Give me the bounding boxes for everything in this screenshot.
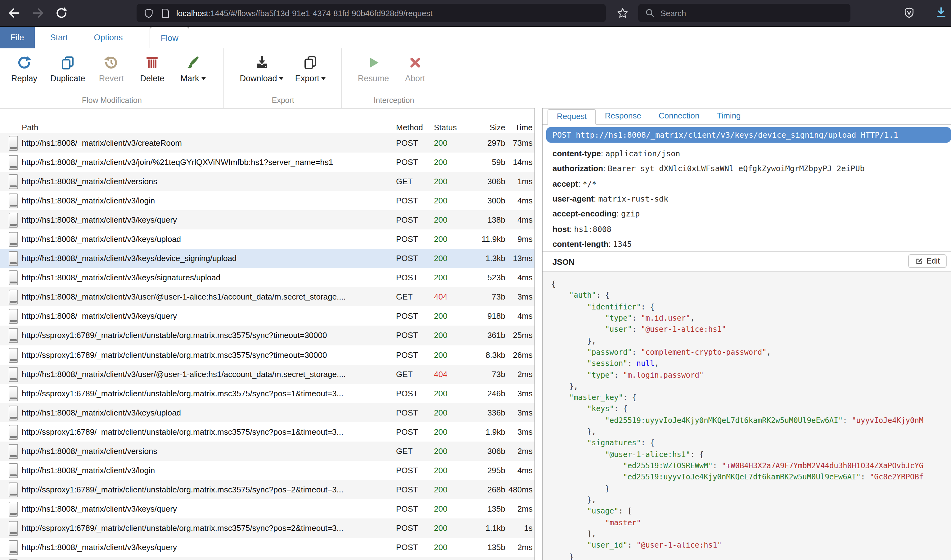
flow-row[interactable]: http://hs1:8008/_matrix/client/v3/keys/d… <box>0 249 534 268</box>
column-status[interactable]: Status <box>434 123 465 132</box>
column-method[interactable]: Method <box>396 123 434 132</box>
flow-method: POST <box>396 389 434 398</box>
flow-size: 73b <box>465 292 505 302</box>
flow-row[interactable]: http://hs1:8008/_matrix/client/v3/keys/q… <box>0 499 534 518</box>
flow-time: 4ms <box>505 215 533 225</box>
menu-flow[interactable]: Flow <box>150 27 190 49</box>
document-icon <box>9 502 18 517</box>
replay-button[interactable]: Replay <box>4 53 45 83</box>
bookmark-star-icon[interactable] <box>616 7 629 19</box>
body-format-row: JSON Edit <box>543 252 951 271</box>
flow-size: 8.3kb <box>465 350 505 359</box>
flow-status: 200 <box>434 408 465 417</box>
column-size[interactable]: Size <box>465 123 505 132</box>
flow-row[interactable]: http://hs1:8008/_matrix/client/v3/keys/q… <box>0 210 534 229</box>
edit-button[interactable]: Edit <box>908 254 946 268</box>
flow-time: 3ms <box>505 389 533 398</box>
column-time[interactable]: Time <box>505 123 533 132</box>
flow-row[interactable]: http://ssproxy1:6789/_matrix/client/unst… <box>0 383 534 403</box>
flow-row[interactable]: http://hs1:8008/_matrix/client/v3/join/%… <box>0 152 534 172</box>
url-bar[interactable]: localhost:1445/#/flows/fba5f13d-91e1-437… <box>137 4 606 22</box>
abort-button[interactable]: Abort <box>395 53 435 83</box>
request-line[interactable]: POST http://hs1:8008/_matrix/client/v3/k… <box>546 127 951 143</box>
document-icon <box>9 367 18 382</box>
revert-label: Revert <box>99 74 124 83</box>
header-value: application/json <box>605 149 680 158</box>
flow-row[interactable]: http://ssproxy1:6789/_matrix/client/unst… <box>0 480 534 499</box>
flow-row[interactable]: http://hs1:8008/_matrix/client/v3/keys/s… <box>0 268 534 288</box>
page-icon[interactable] <box>161 8 170 18</box>
export-button[interactable]: Export <box>290 53 332 83</box>
back-icon[interactable] <box>8 6 21 20</box>
download-icon <box>255 53 269 72</box>
chevron-down-icon <box>321 77 326 80</box>
flow-size: 11.9kb <box>465 235 505 244</box>
revert-button[interactable]: Revert <box>91 53 132 83</box>
flow-row[interactable]: http://hs1:8008/_matrix/client/v3/login … <box>0 191 534 210</box>
flow-list-scrollbar[interactable] <box>535 108 543 560</box>
tab-timing[interactable]: Timing <box>708 109 750 124</box>
flow-method: POST <box>396 273 434 283</box>
menu-bar: File Start Options Flow <box>0 27 951 49</box>
flow-row[interactable]: http://ssproxy1:6789/_matrix/client/unst… <box>0 518 534 538</box>
tab-connection[interactable]: Connection <box>650 109 708 124</box>
document-icon <box>9 290 18 305</box>
flow-size: 135b <box>465 543 505 552</box>
chevron-down-icon <box>201 77 206 80</box>
flow-time: 2ms <box>505 504 533 514</box>
forward-icon[interactable] <box>31 6 45 20</box>
resume-button[interactable]: Resume <box>352 53 395 83</box>
flow-path: http://hs1:8008/_matrix/client/v3/keys/q… <box>0 504 396 514</box>
flow-row[interactable]: http://hs1:8008/_matrix/client/v3/keys/q… <box>0 307 534 326</box>
tab-request[interactable]: Request <box>548 109 596 125</box>
chevron-down-icon <box>279 77 284 80</box>
flow-size: 135b <box>465 504 505 514</box>
flow-method: POST <box>396 312 434 321</box>
flow-size: 295b <box>465 466 505 475</box>
abort-label: Abort <box>405 74 425 83</box>
flow-method: GET <box>396 369 434 378</box>
shield-icon[interactable] <box>144 8 154 18</box>
flow-list-header[interactable]: Path Method Status Size Time <box>0 108 534 136</box>
menu-file[interactable]: File <box>0 27 35 48</box>
flow-row[interactable]: http://hs1:8008/_matrix/client/versions … <box>0 442 534 461</box>
flow-time: 13ms <box>505 254 533 263</box>
flow-row[interactable]: http://ssproxy1:6789/_matrix/client/unst… <box>0 326 534 345</box>
flow-path: http://hs1:8008/_matrix/client/v3/join/%… <box>0 157 396 167</box>
duplicate-button[interactable]: Duplicate <box>45 53 91 83</box>
browser-toolbar: localhost:1445/#/flows/fba5f13d-91e1-437… <box>0 0 951 27</box>
downloads-icon[interactable] <box>935 6 947 18</box>
flow-row[interactable]: http://hs1:8008/_matrix/client/versions … <box>0 172 534 191</box>
flow-row[interactable]: http://hs1:8008/_matrix/client/v3/keys/u… <box>0 229 534 249</box>
menu-start[interactable]: Start <box>40 27 79 48</box>
flow-row[interactable]: http://hs1:8008/_matrix/client/v3/login … <box>0 461 534 480</box>
flow-row[interactable]: http://hs1:8008/_matrix/client/v3/create… <box>0 133 534 152</box>
revert-icon <box>104 53 119 72</box>
flow-row[interactable]: http://ssproxy1:6789/_matrix/client/unst… <box>0 345 534 365</box>
flow-row[interactable]: http://hs1:8008/_matrix/client/v3/user/@… <box>0 365 534 383</box>
url-text[interactable]: localhost:1445/#/flows/fba5f13d-91e1-437… <box>176 8 432 18</box>
flow-row[interactable]: http://ssproxy1:6789/_matrix/client/unst… <box>0 422 534 441</box>
tab-response[interactable]: Response <box>596 109 650 124</box>
extension-shield-icon[interactable] <box>903 7 915 18</box>
json-code[interactable]: { "auth": { "identifier": { "type": "m.i… <box>543 271 951 560</box>
delete-button[interactable]: Delete <box>132 53 173 83</box>
flow-method: POST <box>396 331 434 340</box>
document-icon <box>9 232 18 247</box>
mark-button[interactable]: Mark <box>173 53 214 83</box>
reload-icon[interactable] <box>55 6 68 20</box>
flow-time: 4ms <box>505 273 533 283</box>
flow-time: 4ms <box>505 196 533 205</box>
flow-row[interactable]: http://hs1:8008/_matrix/client/v3/user/@… <box>0 288 534 307</box>
flow-row[interactable]: http://hs1:8008/_matrix/client/v3/keys/u… <box>0 403 534 422</box>
flow-method: GET <box>396 446 434 456</box>
flow-path: http://ssproxy1:6789/_matrix/client/unst… <box>0 389 396 398</box>
flow-size: 918b <box>465 312 505 321</box>
menu-options[interactable]: Options <box>83 27 133 48</box>
flow-row-partial[interactable] <box>0 557 534 560</box>
flow-row[interactable]: http://hs1:8008/_matrix/client/v3/keys/q… <box>0 538 534 557</box>
search-field[interactable]: Search <box>638 4 851 22</box>
download-button[interactable]: Download <box>234 53 290 83</box>
column-path[interactable]: Path <box>0 123 396 132</box>
document-icon <box>9 174 18 189</box>
